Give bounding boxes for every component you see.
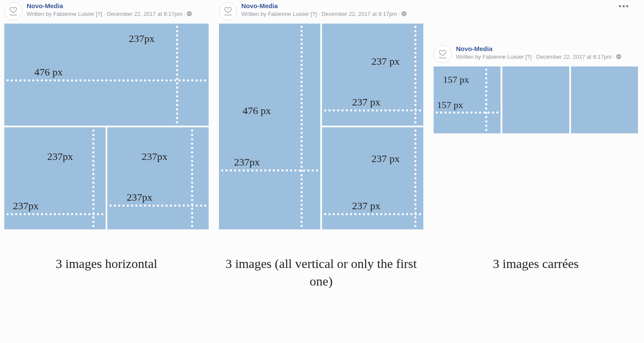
example-vertical: novo Novo-Media Written by Fabienne Luis… [219, 2, 423, 229]
grid-3-square: 157 px 157 px [434, 66, 638, 133]
page-name-link[interactable]: Novo-Media [27, 2, 192, 10]
heart-outline-icon [9, 6, 17, 14]
avatar-brand-text: novo [224, 13, 231, 16]
post-byline: Written by Fabienne Luisier [?] · Decemb… [27, 11, 192, 17]
caption-vertical: 3 images (all vertical or only the first… [219, 255, 423, 290]
dim-width: 476 px [34, 66, 63, 78]
heart-outline-icon [224, 6, 232, 14]
grid-3-vertical: 476 px 237px 237 px 237 px 237 px 237 px [219, 24, 423, 229]
dim-width: 237 px [352, 96, 380, 108]
dim-width: 157 px [437, 99, 463, 111]
tile-small-1[interactable]: 237 px 237 px [322, 24, 423, 126]
byline-text: Written by Fabienne Luisier [?] · Decemb… [241, 11, 401, 17]
dim-width: 237 px [352, 200, 380, 212]
tile-small-2[interactable]: 237px 237px [107, 127, 209, 229]
dim-height: 476 px [243, 105, 271, 117]
page-name-link[interactable]: Novo-Media [241, 2, 407, 10]
dim-height: 237 px [371, 56, 400, 67]
page-avatar[interactable]: novo [434, 45, 452, 63]
dim-height: 237px [129, 33, 155, 45]
tile-small-1[interactable]: 237px 237px [4, 127, 106, 229]
heart-outline-icon [439, 49, 447, 57]
caption-square: 3 images carrées [434, 255, 638, 273]
page-avatar[interactable]: novo [4, 2, 22, 20]
page-avatar[interactable]: novo [219, 2, 237, 20]
avatar-brand-text: novo [439, 56, 446, 59]
privacy-globe-icon[interactable] [616, 54, 621, 59]
avatar-brand-text: novo [9, 13, 17, 16]
example-square: ••• novo Novo-Media Written by Fabienne … [434, 2, 638, 133]
tile-large[interactable]: 476 px 237px [4, 24, 209, 126]
tile-large[interactable]: 476 px 237px [219, 24, 320, 229]
post-header: novo Novo-Media Written by Fabienne Luis… [434, 45, 638, 66]
caption-horizontal: 3 images horizontal [4, 255, 209, 273]
tile-2[interactable] [502, 66, 569, 133]
dim-height: 237 px [371, 153, 400, 165]
dim-height: 157 px [443, 74, 469, 85]
privacy-globe-icon[interactable] [401, 11, 407, 16]
dim-width: 237px [234, 156, 260, 168]
tile-1[interactable]: 157 px 157 px [434, 66, 501, 133]
example-horizontal: novo Novo-Media Written by Fabienne Luis… [4, 2, 209, 229]
byline-text: Written by Fabienne Luisier [?] · Decemb… [27, 11, 187, 17]
dim-height: 237px [47, 151, 73, 162]
grid-3-horizontal: 476 px 237px 237px 237px 237px 237px [4, 24, 209, 229]
post-menu-icon[interactable]: ••• [619, 2, 629, 11]
post-byline: Written by Fabienne Luisier [?] · Decemb… [456, 54, 621, 60]
tile-small-2[interactable]: 237 px 237 px [322, 127, 423, 229]
post-header: novo Novo-Media Written by Fabienne Luis… [219, 2, 423, 24]
privacy-globe-icon[interactable] [187, 11, 192, 16]
dim-width: 237px [13, 200, 39, 212]
post-header: novo Novo-Media Written by Fabienne Luis… [4, 2, 209, 24]
page-name-link[interactable]: Novo-Media [456, 45, 621, 53]
tile-3[interactable] [571, 66, 638, 133]
post-byline: Written by Fabienne Luisier [?] · Decemb… [241, 11, 407, 17]
dim-width: 237px [127, 192, 152, 203]
byline-text: Written by Fabienne Luisier [?] · Decemb… [456, 54, 616, 60]
dim-height: 237px [142, 151, 167, 162]
